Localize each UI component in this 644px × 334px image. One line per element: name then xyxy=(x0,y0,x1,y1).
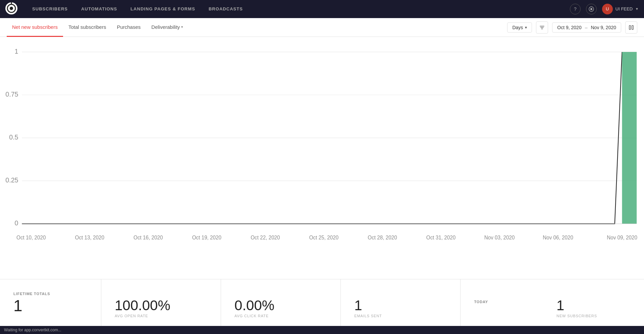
tabs-bar: Net new subscribers Total subscribers Pu… xyxy=(0,18,644,37)
date-separator: – xyxy=(585,25,588,30)
svg-rect-6 xyxy=(629,25,631,30)
tab-total-subscribers[interactable]: Total subscribers xyxy=(63,18,112,37)
avg-open-rate-label: AVG OPEN RATE xyxy=(115,314,207,318)
today-new-subscribers: 1 NEW SUBSCRIBERS xyxy=(543,279,644,326)
svg-text:Oct 25, 2020: Oct 25, 2020 xyxy=(309,234,339,240)
svg-text:Oct 28, 2020: Oct 28, 2020 xyxy=(368,234,397,240)
tab-deliverability-label: Deliverability xyxy=(151,24,180,30)
status-bar: Waiting for app.convertkit.com... xyxy=(0,326,644,334)
notification-button[interactable] xyxy=(586,4,597,14)
lifetime-value: 1 xyxy=(13,298,88,314)
lifetime-label: LIFETIME TOTALS xyxy=(13,292,88,296)
svg-text:Oct 16, 2020: Oct 16, 2020 xyxy=(133,234,163,240)
user-chevron-icon: ▼ xyxy=(635,7,639,11)
svg-text:Nov 03, 2020: Nov 03, 2020 xyxy=(484,234,515,240)
emails-sent-stat: 1 EMAILS SENT xyxy=(341,279,461,326)
filter-button[interactable] xyxy=(536,21,548,34)
svg-text:0.5: 0.5 xyxy=(9,133,18,141)
today-label: TODAY xyxy=(474,300,530,304)
emails-sent-value: 1 xyxy=(354,298,447,313)
date-start: Oct 9, 2020 xyxy=(557,25,581,30)
chart-area: 1 0.75 0.5 0.25 0 Oct 10, 2020 Oct 13, 2… xyxy=(0,37,644,279)
days-chevron-icon: ▾ xyxy=(525,25,527,30)
svg-text:Oct 31, 2020: Oct 31, 2020 xyxy=(426,234,456,240)
tab-net-new-subscribers[interactable]: Net new subscribers xyxy=(7,18,63,37)
svg-text:Nov 06, 2020: Nov 06, 2020 xyxy=(543,234,573,240)
emails-sent-label: EMAILS SENT xyxy=(354,314,447,318)
today-value: 1 xyxy=(556,298,631,313)
footer-stats: LIFETIME TOTALS 1 100.00% AVG OPEN RATE … xyxy=(0,279,644,326)
today-sublabel: NEW SUBSCRIBERS xyxy=(556,314,631,318)
navbar: SUBSCRIBERS AUTOMATIONS LANDING PAGES & … xyxy=(0,0,644,18)
logo[interactable] xyxy=(5,2,17,16)
avg-open-rate-value: 100.00% xyxy=(115,298,207,313)
tabs-controls: Days ▾ Oct 9, 2020 – Nov 9, 2020 xyxy=(507,21,637,34)
svg-text:Oct 13, 2020: Oct 13, 2020 xyxy=(75,234,105,240)
main-content: Net new subscribers Total subscribers Pu… xyxy=(0,18,644,334)
chart-svg: 1 0.75 0.5 0.25 0 Oct 10, 2020 Oct 13, 2… xyxy=(0,40,644,259)
user-label: UI FEED xyxy=(615,6,633,11)
days-dropdown[interactable]: Days ▾ xyxy=(507,22,532,33)
tab-purchases[interactable]: Purchases xyxy=(111,18,146,37)
nav-links: SUBSCRIBERS AUTOMATIONS LANDING PAGES & … xyxy=(25,0,570,18)
svg-rect-18 xyxy=(622,52,637,224)
avatar: U xyxy=(602,4,613,14)
avg-click-rate-value: 0.00% xyxy=(234,298,327,313)
user-menu[interactable]: U UI FEED ▼ xyxy=(602,4,639,14)
avg-open-rate-stat: 100.00% AVG OPEN RATE xyxy=(101,279,221,326)
help-button[interactable]: ? xyxy=(570,4,581,14)
status-text: Waiting for app.convertkit.com... xyxy=(4,328,61,332)
svg-text:0.75: 0.75 xyxy=(5,90,18,98)
nav-right: ? U UI FEED ▼ xyxy=(570,4,639,14)
svg-text:1: 1 xyxy=(15,47,18,55)
nav-link-broadcasts[interactable]: BROADCASTS xyxy=(202,0,250,18)
svg-text:0: 0 xyxy=(15,219,18,227)
nav-link-subscribers[interactable]: SUBSCRIBERS xyxy=(25,0,74,18)
deliverability-chevron-icon: ▾ xyxy=(181,25,183,29)
nav-link-landing-pages[interactable]: LANDING PAGES & FORMS xyxy=(124,0,202,18)
svg-point-2 xyxy=(10,7,13,10)
date-end: Nov 9, 2020 xyxy=(591,25,616,30)
avg-click-rate-stat: 0.00% AVG CLICK RATE xyxy=(221,279,341,326)
avg-click-rate-label: AVG CLICK RATE xyxy=(234,314,327,318)
svg-text:Oct 10, 2020: Oct 10, 2020 xyxy=(16,234,46,240)
svg-text:0.25: 0.25 xyxy=(5,176,18,184)
today-section: TODAY xyxy=(461,279,543,326)
days-label: Days xyxy=(512,25,523,30)
svg-text:Oct 19, 2020: Oct 19, 2020 xyxy=(192,234,222,240)
date-range-picker[interactable]: Oct 9, 2020 – Nov 9, 2020 xyxy=(552,22,621,33)
tab-deliverability[interactable]: Deliverability ▾ xyxy=(146,18,189,37)
nav-link-automations[interactable]: AUTOMATIONS xyxy=(74,0,124,18)
svg-text:Oct 22, 2020: Oct 22, 2020 xyxy=(251,234,280,240)
svg-point-5 xyxy=(590,8,592,10)
svg-text:Nov 09, 2020: Nov 09, 2020 xyxy=(607,234,637,240)
columns-button[interactable] xyxy=(625,21,637,34)
lifetime-totals-section: LIFETIME TOTALS 1 xyxy=(0,279,101,326)
svg-rect-7 xyxy=(632,25,633,30)
